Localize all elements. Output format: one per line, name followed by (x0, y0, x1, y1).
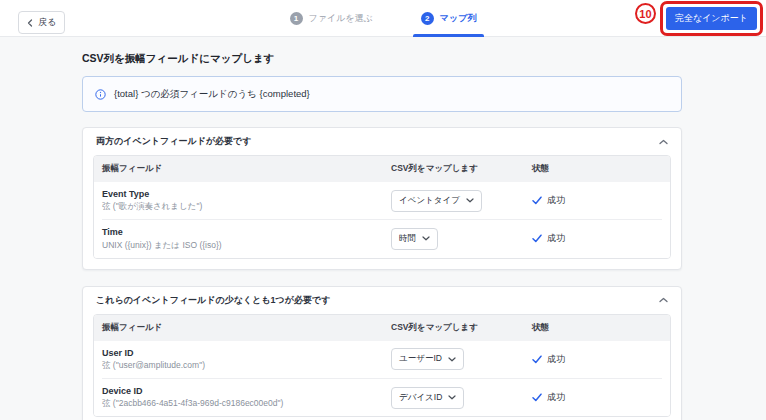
field-description: 弦 ("2acbb466-4a51-4f3a-969d-c9186ec00e0d… (102, 398, 391, 409)
column-header-csv: CSV列をマップします (391, 163, 532, 175)
step-2-label: マップ列 (440, 12, 477, 25)
section-2-title: これらのイベントフィールドの少なくとも1つが必要です (96, 294, 330, 307)
select-value: デバイスID (399, 392, 442, 404)
field-name: Time (102, 227, 391, 238)
field-name: Device ID (102, 386, 391, 397)
csv-column-select-time[interactable]: 時間 (391, 228, 438, 250)
field-description: 弦 ("歌が演奏されました") (102, 201, 391, 212)
column-header-field: 振幅フィールド (102, 163, 391, 175)
status-label: 成功 (547, 232, 565, 245)
check-icon (532, 355, 542, 364)
table-row-device-id: Device ID 弦 ("2acbb466-4a51-4f3a-969d-c9… (94, 379, 670, 416)
check-icon (532, 393, 542, 402)
table-header-row: 振幅フィールド CSV列をマップします 状態 (94, 156, 670, 182)
check-icon (532, 196, 542, 205)
chevron-down-icon (448, 395, 456, 400)
field-cell: Device ID 弦 ("2acbb466-4a51-4f3a-969d-c9… (102, 386, 391, 409)
chevron-down-icon (448, 357, 456, 362)
topbar-right: 10 完全なインポート (635, 1, 763, 36)
status-label: 成功 (547, 353, 565, 366)
table-header-row: 振幅フィールド CSV列をマップします 状態 (94, 315, 670, 341)
full-import-button[interactable]: 完全なインポート (666, 7, 757, 30)
field-description: UNIX ({unix}) または ISO ({iso}) (102, 240, 391, 251)
annotation-number-badge: 10 (635, 3, 656, 24)
field-cell: User ID 弦 ("user@amplitude.com") (102, 348, 391, 371)
table-row-user-id: User ID 弦 ("user@amplitude.com") ユーザーID … (94, 341, 670, 378)
section-at-least-one-field: これらのイベントフィールドの少なくとも1つが必要です 振幅フィールド CSV列を… (82, 286, 682, 420)
status-label: 成功 (547, 194, 565, 207)
main-content: CSV列を振幅フィールドにマップします {total} つの必須フィールドのうち… (0, 37, 682, 420)
select-value: 時間 (399, 233, 416, 245)
check-icon (532, 234, 542, 243)
field-cell: Event Type 弦 ("歌が演奏されました") (102, 189, 391, 212)
column-header-status: 状態 (532, 163, 662, 175)
step-map-columns[interactable]: 2 マップ列 (417, 0, 481, 37)
status-label: 成功 (547, 391, 565, 404)
stepper: 1 ファイルを選ぶ 2 マップ列 (286, 0, 481, 37)
column-header-status: 状態 (532, 322, 662, 334)
section-required-event-fields: 両方のイベントフィールドが必要です 振幅フィールド CSV列をマップします 状態… (82, 127, 682, 270)
field-name: User ID (102, 348, 391, 359)
csv-column-select-event-type[interactable]: イベントタイプ (391, 190, 482, 212)
banner-text: {total} つの必須フィールドのうち {completed} (114, 88, 310, 101)
section-2-table: 振幅フィールド CSV列をマップします 状態 User ID 弦 ("user@… (93, 314, 671, 418)
chevron-down-icon (422, 236, 430, 241)
section-1-title: 両方のイベントフィールドが必要です (96, 135, 252, 148)
section-1-header[interactable]: 両方のイベントフィールドが必要です (83, 128, 681, 154)
status-cell: 成功 (532, 232, 662, 245)
chevron-up-icon[interactable] (659, 297, 668, 303)
chevron-down-icon (466, 198, 474, 203)
table-row-time: Time UNIX ({unix}) または ISO ({iso}) 時間 成功 (94, 220, 670, 257)
step-1-badge: 1 (290, 12, 303, 25)
column-header-csv: CSV列をマップします (391, 322, 532, 334)
back-button[interactable]: 戻る (18, 11, 65, 34)
status-cell: 成功 (532, 391, 662, 404)
csv-column-select-device-id[interactable]: デバイスID (391, 387, 464, 409)
chevron-up-icon[interactable] (659, 139, 668, 145)
select-value: ユーザーID (399, 353, 442, 365)
back-button-label: 戻る (38, 16, 56, 29)
step-choose-file[interactable]: 1 ファイルを選ぶ (286, 0, 377, 37)
field-description: 弦 ("user@amplitude.com") (102, 360, 391, 371)
field-name: Event Type (102, 189, 391, 200)
annotation-highlight-box: 完全なインポート (660, 1, 763, 36)
chevron-left-icon (27, 19, 33, 27)
section-1-table: 振幅フィールド CSV列をマップします 状態 Event Type 弦 ("歌が… (93, 155, 671, 259)
topbar: 戻る 1 ファイルを選ぶ 2 マップ列 10 完全なインポート (0, 0, 766, 37)
step-1-label: ファイルを選ぶ (309, 12, 373, 25)
table-row-event-type: Event Type 弦 ("歌が演奏されました") イベントタイプ 成功 (94, 182, 670, 219)
info-icon (95, 89, 106, 100)
active-step-underline (413, 34, 485, 37)
status-cell: 成功 (532, 353, 662, 366)
status-cell: 成功 (532, 194, 662, 207)
field-cell: Time UNIX ({unix}) または ISO ({iso}) (102, 227, 391, 250)
step-2-badge: 2 (421, 12, 434, 25)
select-value: イベントタイプ (399, 195, 460, 207)
csv-column-select-user-id[interactable]: ユーザーID (391, 348, 464, 370)
page-title: CSV列を振幅フィールドにマップします (82, 52, 682, 66)
section-2-header[interactable]: これらのイベントフィールドの少なくとも1つが必要です (83, 287, 681, 313)
info-banner: {total} つの必須フィールドのうち {completed} (82, 76, 682, 112)
column-header-field: 振幅フィールド (102, 322, 391, 334)
